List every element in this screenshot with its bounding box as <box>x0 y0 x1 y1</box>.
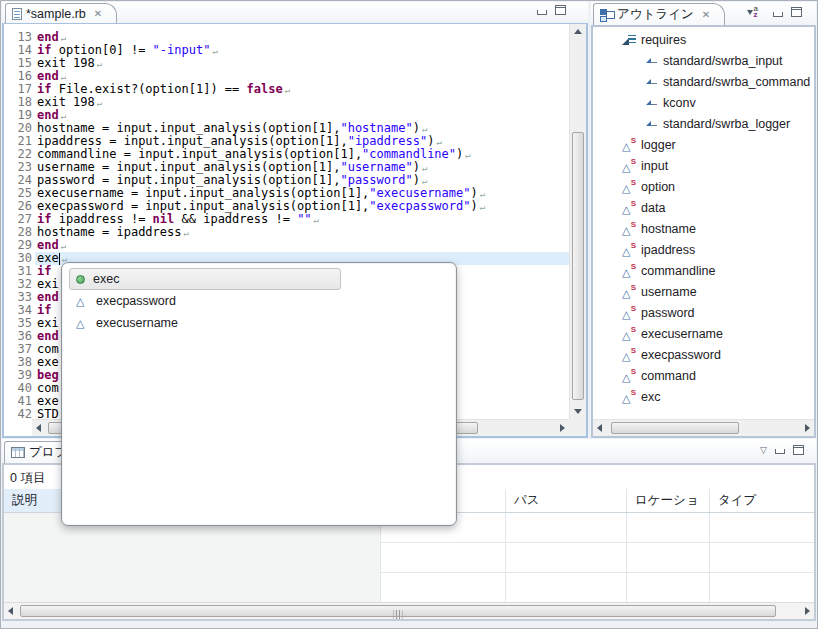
completion-item-execusername[interactable]: execusername <box>69 312 449 334</box>
minimize-icon[interactable] <box>773 12 783 17</box>
code-line-15[interactable]: exit 198↵ <box>35 57 569 70</box>
outline-item-input[interactable]: input <box>593 155 814 176</box>
editor-tab[interactable]: *sample.rb ✕ <box>5 3 117 23</box>
minimize-icon[interactable] <box>537 10 547 15</box>
editor-vertical-scrollbar[interactable] <box>569 24 586 419</box>
keyword-token: end <box>37 290 59 304</box>
code-token: exi <box>37 277 59 291</box>
scroll-right-icon[interactable] <box>805 424 810 432</box>
column-divider <box>380 513 381 602</box>
scroll-left-icon[interactable] <box>8 607 13 615</box>
outline-item-kconv[interactable]: kconv <box>593 92 814 113</box>
code-token: ) <box>413 173 420 187</box>
outline-item-label: ipaddress <box>641 243 695 257</box>
outline-pane-buttons <box>773 7 802 17</box>
completion-item-label: exec <box>93 272 119 286</box>
outline-pane: アウトライン ✕ a z requiresstandard/swrba_inpu… <box>591 2 816 438</box>
code-token: ) <box>427 134 434 148</box>
code-line-28[interactable]: hostname = ipaddress↵ <box>35 226 569 239</box>
code-line-17[interactable]: if File.exist?(option[1]) == false↵ <box>35 83 569 96</box>
outline-item-standard-swrba-input[interactable]: standard/swrba_input <box>593 50 814 71</box>
thumb-grip <box>394 610 403 619</box>
code-token: com <box>37 342 59 356</box>
close-icon[interactable]: ✕ <box>702 9 710 20</box>
outline-item-hostname[interactable]: hostname <box>593 218 814 239</box>
code-line-14[interactable]: if option[0] != "-input"↵ <box>35 44 569 57</box>
hscroll-thumb[interactable] <box>20 605 776 617</box>
outline-item-execpassword[interactable]: execpassword <box>593 344 814 365</box>
string-token: "hostname" <box>340 121 412 135</box>
outline-body: requiresstandard/swrba_inputstandard/swr… <box>591 25 816 438</box>
view-menu-icon[interactable]: ▽ <box>760 445 767 455</box>
hscroll-thumb[interactable] <box>611 422 739 434</box>
outline-item-label: execpassword <box>641 348 721 362</box>
minimize-icon[interactable] <box>775 449 785 454</box>
outline-item-standard-swrba-logger[interactable]: standard/swrba_logger <box>593 113 814 134</box>
scroll-down-icon[interactable] <box>574 409 582 414</box>
outline-item-label: password <box>641 306 695 320</box>
maximize-icon[interactable] <box>555 5 566 15</box>
code-line-29[interactable]: end↵ <box>35 239 569 252</box>
scroll-right-icon[interactable] <box>805 607 810 615</box>
maximize-icon[interactable] <box>791 7 802 17</box>
code-line-18[interactable]: exit 198↵ <box>35 96 569 109</box>
line-ending-icon: ↵ <box>184 228 189 238</box>
string-token: "-input" <box>153 43 211 57</box>
outline-item-password[interactable]: password <box>593 302 814 323</box>
outline-item-label: input <box>641 159 668 173</box>
outline-icon <box>600 9 613 21</box>
scroll-left-icon[interactable] <box>597 424 602 432</box>
outline-item-option[interactable]: option <box>593 176 814 197</box>
string-token: "ipaddress" <box>348 134 427 148</box>
outline-tab[interactable]: アウトライン ✕ <box>593 3 725 25</box>
outline-item-label: kconv <box>663 96 696 110</box>
outline-item-data[interactable]: data <box>593 197 814 218</box>
sorted-column-tint <box>4 513 381 602</box>
string-token: "" <box>297 212 311 226</box>
scroll-left-icon[interactable] <box>36 424 41 432</box>
outline-item-requires[interactable]: requires <box>593 29 814 50</box>
completion-item-label: execpassword <box>96 294 176 308</box>
code-completion-popup: execexecpasswordexecusername <box>61 262 457 526</box>
line-number-ruler[interactable]: 1314151617181920212223242526272829303132… <box>4 24 35 419</box>
outline-item-ipaddress[interactable]: ipaddress <box>593 239 814 260</box>
outline-item-command[interactable]: command <box>593 365 814 386</box>
close-icon[interactable]: ✕ <box>94 8 102 19</box>
sort-arrow-icon <box>747 10 753 18</box>
line-ending-icon: ↵ <box>480 189 485 199</box>
maximize-icon[interactable] <box>793 445 804 455</box>
outline-item-standard-swrba-command[interactable]: standard/swrba_command <box>593 71 814 92</box>
outline-tab-title: アウトライン <box>617 6 694 23</box>
var-icon <box>622 264 636 277</box>
line-number: 42 <box>4 408 35 421</box>
code-token: ) <box>471 186 478 200</box>
keyword-token: false <box>247 82 283 96</box>
var-icon <box>622 138 636 151</box>
outline-item-username[interactable]: username <box>593 281 814 302</box>
outline-item-label: standard/swrba_command <box>663 75 810 89</box>
keyword-token: end <box>37 69 59 83</box>
completion-item-execpassword[interactable]: execpassword <box>69 290 449 312</box>
keyword-token: beg <box>37 368 59 382</box>
outline-item-exc[interactable]: exc <box>593 386 814 407</box>
column-header-パス[interactable]: パス <box>506 489 627 512</box>
code-token: ) <box>413 160 420 174</box>
outline-item-execusername[interactable]: execusername <box>593 323 814 344</box>
column-header-タイプ[interactable]: タイプ <box>710 489 816 512</box>
outline-item-commandline[interactable]: commandline <box>593 260 814 281</box>
var-icon <box>622 285 636 298</box>
outline-horizontal-scrollbar[interactable] <box>593 419 814 436</box>
outline-item-logger[interactable]: logger <box>593 134 814 155</box>
table-body <box>4 513 814 602</box>
line-ending-icon: ↵ <box>436 137 441 147</box>
vscroll-thumb[interactable] <box>572 132 584 400</box>
scroll-up-icon[interactable] <box>574 29 582 34</box>
line-ending-icon: ↵ <box>422 163 427 173</box>
column-header-ロケーション[interactable]: ロケーション <box>627 489 710 512</box>
code-token: ) <box>471 199 478 213</box>
problems-horizontal-scrollbar[interactable] <box>4 602 814 619</box>
scroll-right-icon[interactable] <box>560 424 565 432</box>
sort-button[interactable]: a z <box>747 6 758 18</box>
completion-item-exec[interactable]: exec <box>69 268 341 290</box>
var-icon <box>622 201 636 214</box>
